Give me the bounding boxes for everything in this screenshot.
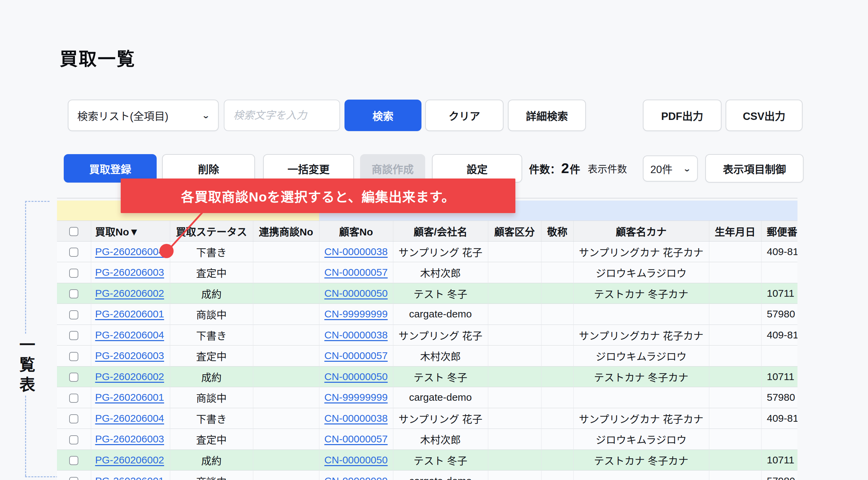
record-count-value: 2 — [560, 160, 570, 176]
purchase-table: 買取No▼買取ステータス連携商談No顧客No顧客/会社名顧客区分敬称顧客名カナ生… — [57, 201, 797, 480]
purchase-no-link[interactable]: PG-260206003 — [95, 267, 164, 278]
chevron-down-icon: ⌄ — [683, 164, 691, 173]
column-header: 買取ステータス — [170, 221, 253, 241]
row-checkbox[interactable] — [69, 435, 78, 444]
row-checkbox[interactable] — [69, 394, 78, 403]
column-header: 顧客区分 — [488, 221, 541, 241]
purchase-no-link[interactable]: PG-260206004 — [95, 329, 164, 340]
column-control-button[interactable]: 表示項目制御 — [705, 154, 804, 183]
table-row: PG-260206003査定中CN-00000057木村次郎ジロウキムラジロウ — [57, 262, 797, 283]
purchase-no-link[interactable]: PG-260206004 — [95, 246, 164, 257]
customer-no-link[interactable]: CN-00000057 — [324, 267, 388, 278]
table-row: PG-260206002成約CN-00000050テスト 冬子テストカナ 冬子カ… — [57, 450, 797, 471]
table-row: PG-260206001商談中CN-99999999cargate-demo57… — [57, 304, 797, 325]
column-header: 生年月日 — [709, 221, 761, 241]
page-size-value: 20件 — [650, 161, 672, 176]
search-list-select[interactable]: 検索リスト(全項目) ⌄ — [68, 100, 219, 131]
row-checkbox[interactable] — [69, 477, 78, 480]
annotation-dash — [25, 201, 26, 334]
row-checkbox[interactable] — [69, 310, 78, 319]
callout: 各買取商談Noを選択すると、編集出来ます。 — [121, 179, 515, 213]
column-header: 顧客No — [319, 221, 393, 241]
purchase-no-link[interactable]: PG-260206004 — [95, 413, 164, 424]
record-count-suffix: 件 — [570, 161, 580, 176]
purchase-no-link[interactable]: PG-260206002 — [95, 454, 164, 465]
chevron-down-icon: ⌄ — [201, 111, 210, 120]
table-row: PG-260206001商談中CN-99999999cargate-demo57… — [57, 471, 797, 480]
search-button[interactable]: 検索 — [344, 100, 421, 131]
annotation-dash — [25, 201, 50, 202]
record-count-prefix: 件数： — [529, 161, 560, 176]
page-size-label: 表示件数 — [588, 161, 627, 175]
row-checkbox[interactable] — [69, 269, 78, 278]
page-title: 買取一覧 — [60, 45, 136, 70]
customer-no-link[interactable]: CN-99999999 — [324, 475, 388, 480]
customer-no-link[interactable]: CN-00000038 — [324, 246, 388, 257]
customer-no-link[interactable]: CN-00000050 — [324, 454, 388, 465]
purchase-no-link[interactable]: PG-260206001 — [95, 308, 164, 319]
purchase-no-link[interactable]: PG-260206001 — [95, 475, 164, 480]
purchase-no-link[interactable]: PG-260206003 — [95, 350, 164, 361]
search-list-select-value: 検索リスト(全項目) — [77, 108, 169, 123]
customer-no-link[interactable]: CN-99999999 — [324, 308, 388, 319]
clear-button[interactable]: クリア — [425, 100, 504, 131]
column-header: 敬称 — [541, 221, 573, 241]
table-row: PG-260206003査定中CN-00000057木村次郎ジロウキムラジロウ — [57, 429, 797, 450]
advanced-search-button[interactable]: 詳細検索 — [508, 100, 586, 131]
customer-no-link[interactable]: CN-00000038 — [324, 329, 388, 340]
customer-no-link[interactable]: CN-99999999 — [324, 392, 388, 403]
column-header: 顧客名カナ — [573, 221, 709, 241]
annotation-dash — [25, 476, 58, 477]
table-row: PG-260206002成約CN-00000050テスト 冬子テストカナ 冬子カ… — [57, 283, 797, 304]
row-checkbox[interactable] — [69, 248, 78, 257]
annotation-dash — [25, 396, 26, 476]
pdf-export-button[interactable]: PDF出力 — [643, 100, 722, 131]
customer-no-link[interactable]: CN-00000050 — [324, 371, 388, 382]
select-all-checkbox[interactable] — [69, 227, 78, 236]
table-row: PG-260206004下書きCN-00000038サンプリング 花子サンプリン… — [57, 241, 797, 262]
customer-no-link[interactable]: CN-00000057 — [324, 350, 388, 361]
table-row: PG-260206003査定中CN-00000057木村次郎ジロウキムラジロウ — [57, 346, 797, 367]
table-row: PG-260206001商談中CN-99999999cargate-demo57… — [57, 387, 797, 408]
row-checkbox[interactable] — [69, 456, 78, 465]
table-row: PG-260206004下書きCN-00000038サンプリング 花子サンプリン… — [57, 325, 797, 346]
csv-export-button[interactable]: CSV出力 — [726, 100, 803, 131]
side-label: 一覧表 — [14, 336, 38, 396]
purchase-no-link[interactable]: PG-260206002 — [95, 371, 164, 382]
record-count: 件数：2件 表示件数 — [529, 154, 627, 183]
table-header-row: 買取No▼買取ステータス連携商談No顧客No顧客/会社名顧客区分敬称顧客名カナ生… — [57, 221, 797, 241]
column-header: 連携商談No — [253, 221, 319, 241]
row-checkbox[interactable] — [69, 373, 78, 382]
row-checkbox[interactable] — [69, 331, 78, 340]
customer-no-link[interactable]: CN-00000057 — [324, 433, 388, 444]
table-row: PG-260206004下書きCN-00000038サンプリング 花子サンプリン… — [57, 408, 797, 429]
customer-no-link[interactable]: CN-00000038 — [324, 413, 388, 424]
search-input[interactable] — [224, 100, 340, 131]
table-row: PG-260206002成約CN-00000050テスト 冬子テストカナ 冬子カ… — [57, 366, 797, 387]
row-checkbox[interactable] — [69, 414, 78, 423]
column-header: 買取No▼ — [91, 221, 170, 241]
customer-no-link[interactable]: CN-00000050 — [324, 288, 388, 299]
purchase-no-link[interactable]: PG-260206001 — [95, 392, 164, 403]
row-checkbox[interactable] — [69, 352, 78, 361]
purchase-no-link[interactable]: PG-260206003 — [95, 433, 164, 444]
purchase-no-link[interactable]: PG-260206002 — [95, 288, 164, 299]
purchase-list-page: 買取一覧 検索リスト(全項目) ⌄ 検索 クリア 詳細検索 PDF出力 CSV出… — [0, 0, 868, 480]
row-checkbox[interactable] — [69, 289, 78, 298]
column-header: 郵便番号 — [761, 221, 797, 241]
page-size-select[interactable]: 20件 ⌄ — [643, 155, 698, 182]
column-header: 顧客/会社名 — [393, 221, 488, 241]
